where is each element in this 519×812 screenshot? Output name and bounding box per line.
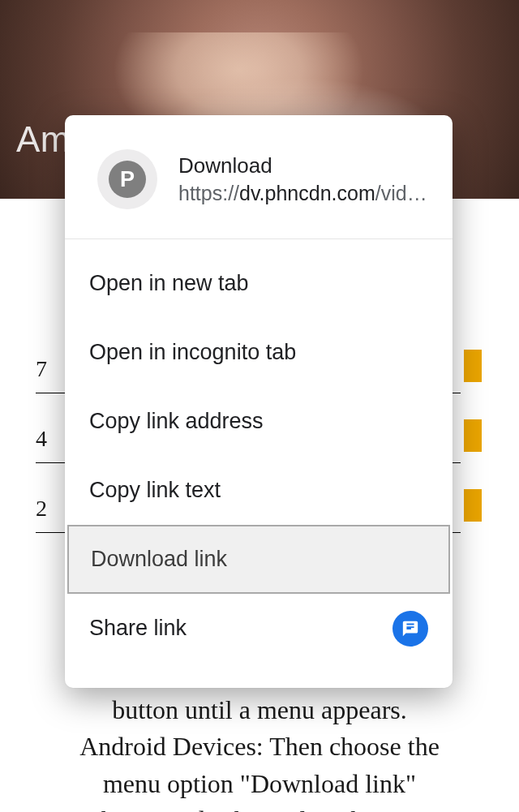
download-button-fragment[interactable] — [464, 489, 482, 522]
row-digit: 4 — [36, 426, 47, 452]
context-menu-list: Open in new tab Open in incognito tab Co… — [65, 239, 453, 663]
download-link[interactable]: Download link — [67, 525, 450, 594]
link-title: Download — [178, 153, 430, 178]
site-favicon: P — [97, 149, 157, 209]
url-path: /vide… — [375, 182, 430, 204]
download-button-fragment[interactable] — [464, 419, 482, 452]
instructions-line: iPhone/iPad: Then select the menu — [79, 806, 440, 812]
instructions-text: button until a menu appears. Android Dev… — [28, 692, 491, 812]
instructions-line: button until a menu appears. — [112, 695, 406, 724]
open-in-incognito-tab[interactable]: Open in incognito tab — [65, 318, 453, 387]
menu-item-label: Open in incognito tab — [89, 340, 296, 365]
context-header-text: Download https://dv.phncdn.com/vide… — [178, 153, 430, 205]
copy-link-address[interactable]: Copy link address — [65, 387, 453, 456]
url-scheme: https:// — [178, 182, 239, 204]
menu-item-label: Download link — [91, 547, 227, 572]
open-in-new-tab[interactable]: Open in new tab — [65, 249, 453, 318]
messages-app-icon[interactable] — [392, 611, 428, 647]
menu-item-label: Share link — [89, 616, 187, 641]
link-url: https://dv.phncdn.com/vide… — [178, 182, 430, 205]
copy-link-text[interactable]: Copy link text — [65, 456, 453, 525]
video-title-fragment: Am — [16, 119, 71, 160]
url-host: dv.phncdn.com — [239, 182, 375, 204]
row-digit: 7 — [36, 356, 47, 382]
menu-item-label: Copy link address — [89, 409, 264, 434]
menu-item-label: Copy link text — [89, 478, 221, 503]
context-menu-header: P Download https://dv.phncdn.com/vide… — [65, 115, 453, 239]
instructions-line: Android Devices: Then choose the — [79, 732, 440, 761]
row-digit: 2 — [36, 496, 47, 522]
download-button-fragment[interactable] — [464, 350, 482, 382]
chat-bubble-icon — [401, 620, 419, 638]
instructions-line: menu option "Download link" — [103, 769, 416, 798]
favicon-letter: P — [109, 161, 146, 198]
link-context-menu: P Download https://dv.phncdn.com/vide… O… — [65, 115, 453, 688]
menu-item-label: Open in new tab — [89, 271, 249, 296]
page-root: Am 7 4 2 button until a menu appears. An… — [0, 0, 519, 812]
share-link[interactable]: Share link — [65, 594, 453, 663]
